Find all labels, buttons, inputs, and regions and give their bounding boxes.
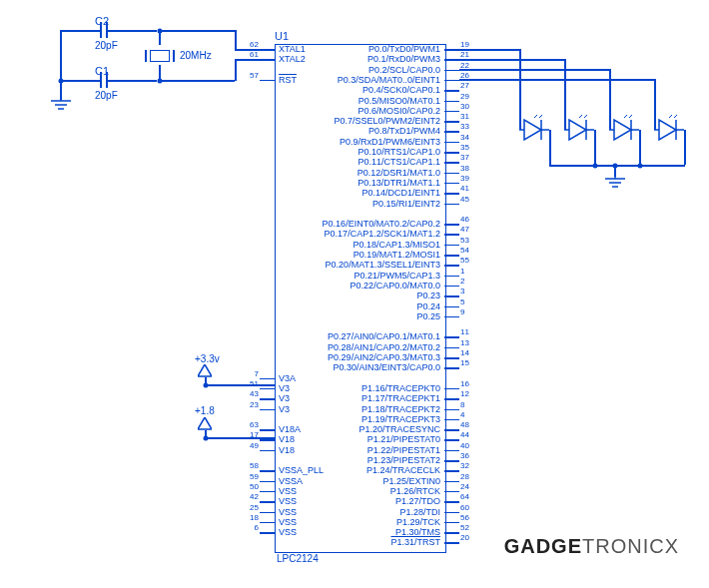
pin-num: 43	[245, 389, 259, 398]
pin-num: 12	[460, 389, 469, 398]
pin-label: V18	[279, 445, 295, 455]
pin-label: P0.7/SSEL0/PWM2/EINT2	[334, 116, 440, 126]
pin-num: 53	[460, 236, 469, 245]
svg-marker-4	[198, 364, 212, 376]
svg-marker-30	[659, 120, 676, 140]
pin-label: V3	[279, 383, 290, 393]
pin-num: 31	[460, 112, 469, 121]
pin-label: P1.23/PIPESTAT2	[367, 455, 440, 465]
pin-label: P1.20/TRACESYNC	[358, 424, 440, 434]
pin-label: P0.3/SDA/MAT0..0/EINT1	[338, 75, 440, 85]
pin-num: 18	[245, 513, 259, 522]
pin-num: 11	[460, 327, 469, 336]
c2-val: 20pF	[95, 40, 118, 51]
pin-label: P0.22/CAP0.0/MAT0.0	[351, 281, 440, 291]
pin-label: V3	[279, 393, 290, 403]
pin-num: 56	[460, 513, 469, 522]
xtal-val: 20MHz	[180, 50, 212, 61]
pin-label: V18	[279, 434, 295, 444]
pin-num: 4	[460, 410, 464, 419]
pin-num: 25	[245, 503, 259, 512]
pin-label: P0.18/CAP1.3/MISO1	[353, 240, 440, 250]
pin-num: 42	[245, 492, 259, 501]
pin-label: P0.17/CAP1.2/SCK1/MAT1.2	[325, 229, 440, 239]
svg-line-12	[539, 115, 547, 118]
pin-label: P0.2/SCL/CAP0.0	[368, 65, 440, 75]
led-3	[609, 115, 649, 155]
arrow-up-icon	[198, 364, 212, 378]
pin-num: 20	[460, 533, 469, 542]
pin-num: 38	[460, 164, 469, 173]
pin-num: 28	[460, 472, 469, 481]
pin-label: P1.18/TRACEPKT2	[361, 404, 440, 414]
svg-line-36	[674, 115, 682, 118]
svg-line-28	[629, 115, 637, 118]
pin-num: 19	[460, 40, 469, 49]
pin-num: 36	[460, 451, 469, 460]
pin-label: P0.19/MAT1.2/MOSI1	[354, 250, 440, 260]
svg-marker-22	[614, 120, 631, 140]
v18-label: +1.8	[195, 405, 215, 416]
pin-num: 59	[245, 472, 259, 481]
pin-label: P1.17/TRACEPKT1	[361, 393, 440, 403]
led-1	[519, 115, 559, 155]
svg-line-20	[584, 115, 592, 118]
pin-label: P0.21/PWM5/CAP1.3	[354, 271, 440, 281]
pin-num: 15	[460, 358, 469, 367]
pin-label: VSS	[279, 527, 297, 537]
pin-label: V18A	[279, 424, 301, 434]
pin-num: 61	[245, 50, 259, 59]
led-4	[654, 115, 694, 155]
pin-label: XTAL2	[279, 54, 306, 64]
pin-label: P0.25	[416, 311, 440, 321]
pin-num: 47	[460, 225, 469, 234]
ground-icon	[45, 98, 77, 112]
pin-label: P0.14/DCD1/EINT1	[361, 188, 440, 198]
pin-label: P0.20/MAT1.3/SSEL1/EINT3	[326, 260, 440, 270]
pin-num: 8	[460, 400, 464, 409]
pin-label: VSS	[279, 517, 297, 527]
pin-label: VSSA_PLL	[279, 465, 324, 475]
pin-num: 60	[460, 503, 469, 512]
pin-label: P0.23	[416, 291, 440, 300]
pin-label: P0.12/DSR1/MAT1.0	[357, 168, 440, 178]
pin-label: XTAL1	[279, 44, 306, 54]
pin-label: VSSA	[279, 476, 303, 486]
pin-label: P0.15/RI1/EINT2	[372, 199, 440, 209]
pin-label: P0.28/AIN1/CAP0.2/MAT0.2	[328, 342, 440, 352]
pin-num: 13	[460, 338, 469, 347]
pin-num: 21	[460, 50, 469, 59]
pin-num: 46	[460, 215, 469, 224]
pin-label: P1.27/TDO	[395, 496, 440, 506]
pin-label: P1.21/PIPESTAT0	[367, 434, 440, 444]
pin-num: 48	[460, 420, 469, 429]
pin-num: 62	[245, 40, 259, 49]
pin-label: VSS	[279, 486, 297, 496]
pin-num: 50	[245, 482, 259, 491]
pin-label: P1.28/TDI	[399, 507, 440, 517]
pin-label: P0.11/CTS1/CAP1.1	[357, 157, 440, 167]
pin-label: RST	[279, 75, 297, 85]
pin-label: P0.4/SCK0/CAP0.1	[362, 85, 440, 95]
pin-num: 33	[460, 122, 469, 131]
pin-num: 54	[460, 246, 469, 255]
pin-label: P1.24/TRACECLK	[366, 465, 440, 475]
pin-label: P1.30/TMS	[395, 527, 440, 537]
arrow-up-icon	[198, 417, 212, 431]
pin-num: 44	[460, 430, 469, 439]
pin-label: P1.29/TCK	[396, 517, 440, 527]
pin-label: P1.16/TRACEPKT0	[361, 383, 440, 393]
pin-label: P0.24	[416, 301, 440, 311]
pin-num: 27	[460, 81, 469, 90]
ground-icon	[599, 176, 631, 190]
pin-num: 52	[460, 523, 469, 532]
pin-label: P1.31/TRST	[390, 537, 440, 547]
pin-num: 23	[245, 400, 259, 409]
c1-val: 20pF	[95, 90, 118, 101]
pin-label: P0.30/AIN3/EINT3/CAP0.0	[333, 362, 440, 372]
pin-num: 34	[460, 133, 469, 142]
pin-num: 9	[460, 307, 464, 316]
pin-label: P0.1/RxD0/PWM3	[367, 54, 440, 64]
pin-label: P0.10/RTS1/CAP1.0	[358, 147, 440, 157]
brand-watermark: GADGETRONICX	[504, 535, 679, 558]
